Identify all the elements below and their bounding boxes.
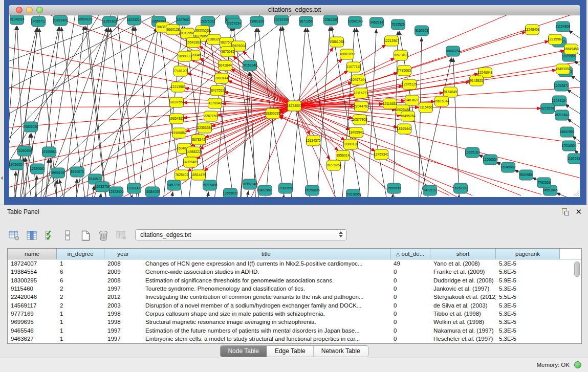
graph-node[interactable]: 19195983 [41, 147, 57, 157]
column-header-pagerank[interactable]: pagerank [496, 249, 560, 259]
tab-node-table[interactable]: Node Table [220, 346, 267, 357]
graph-node[interactable]: 12093872 [554, 81, 569, 91]
table-row[interactable]: 1872400712008Changes of HCN gene express… [8, 259, 581, 268]
citation-edge-black[interactable] [99, 193, 101, 197]
citation-edge-black[interactable] [91, 186, 94, 197]
graph-node[interactable]: 12353584 [197, 123, 212, 133]
graph-node[interactable]: 10973493 [393, 50, 408, 60]
table-settings-icon[interactable] [8, 229, 19, 242]
graph-node[interactable]: 12361550 [323, 15, 338, 25]
citation-edge-black[interactable] [281, 195, 284, 197]
graph-node[interactable]: 12213963 [170, 82, 186, 92]
graph-node[interactable]: 19166852 [171, 128, 187, 138]
graph-node[interactable]: 15056095 [304, 185, 320, 195]
rows-icon[interactable] [62, 229, 73, 242]
graph-node[interactable]: 18107554 [169, 97, 184, 107]
table-row[interactable]: 2242004622012Investigating the contribut… [8, 293, 581, 301]
tab-edge-table[interactable]: Edge Table [267, 346, 313, 357]
graph-node[interactable]: 18233214 [126, 15, 142, 25]
graph-node[interactable]: 9463627 [405, 95, 419, 105]
graph-node[interactable]: 14099489 [183, 157, 198, 167]
graph-node[interactable]: 10467144 [351, 75, 366, 85]
graph-node[interactable]: 16262792 [453, 183, 468, 193]
graph-node[interactable]: 15134575 [306, 136, 321, 146]
citation-edge-red[interactable] [294, 51, 564, 106]
graph-node[interactable]: 16945082 [500, 162, 516, 172]
table-row[interactable]: 1830029562008Estimation of significance … [8, 276, 581, 285]
graph-node[interactable]: 20891406 [53, 15, 68, 26]
graph-node[interactable]: 11259303 [102, 16, 117, 27]
graph-node[interactable]: 8215958 [541, 103, 555, 114]
graph-node[interactable]: 8427552 [211, 85, 225, 96]
graph-node[interactable]: 14055712 [31, 16, 46, 27]
citation-edge-black[interactable] [246, 191, 249, 197]
citation-edge-black[interactable] [390, 195, 393, 197]
graph-node[interactable]: 19861100 [250, 16, 265, 27]
graph-node[interactable]: 18165442 [397, 124, 412, 134]
close-panel-icon[interactable]: ✕ [575, 208, 582, 215]
graph-node[interactable]: 12975125 [402, 79, 417, 90]
graph-node[interactable]: 17016504 [561, 141, 577, 151]
citation-edge-black[interactable] [574, 60, 580, 84]
citation-edge-black[interactable] [59, 180, 66, 197]
graph-node[interactable]: 18724007 [287, 101, 302, 111]
table-row[interactable]: 1938455462009Genome-wide association stu… [8, 268, 581, 276]
graph-node[interactable]: 9457791 [167, 180, 181, 190]
table-row[interactable]: 977716911998Corpus callosum shape and si… [8, 310, 581, 318]
graph-node[interactable]: 15716485 [202, 180, 217, 190]
citation-edge-black[interactable] [419, 58, 451, 197]
graph-node[interactable]: 8912954 [181, 28, 194, 38]
graph-node[interactable]: 16495764 [400, 111, 416, 121]
graph-node[interactable]: 9462914 [370, 17, 384, 28]
graph-node[interactable]: 11675334 [568, 154, 580, 164]
citation-edge-black[interactable] [135, 27, 158, 197]
network-canvas[interactable]: 1514891414055712208914061690410311259303… [9, 15, 580, 197]
graph-node[interactable]: 7615526 [391, 19, 405, 30]
table-row[interactable]: 1456911722003Disruption of a novel membe… [8, 301, 581, 309]
column-header-name[interactable]: name [8, 249, 57, 259]
new-table-icon[interactable] [80, 229, 91, 242]
graph-node[interactable]: 12920062 [30, 164, 45, 174]
citation-edge-black[interactable] [419, 37, 422, 197]
graph-node[interactable]: 4170040 [208, 98, 222, 108]
graph-node[interactable]: 9671355 [299, 16, 313, 27]
table-row[interactable]: 911546021997Tourette syndrome. Phenomeno… [8, 285, 581, 293]
graph-node[interactable]: 16543382 [186, 37, 201, 48]
graph-node[interactable]: 1527602 [177, 15, 190, 25]
graph-node[interactable]: 9660128 [166, 25, 180, 35]
tab-network-table[interactable]: Network Table [313, 346, 368, 357]
select-all-icon[interactable] [44, 229, 55, 242]
graph-node[interactable]: 12116631 [383, 99, 398, 109]
graph-node[interactable]: 19654925 [169, 114, 184, 124]
citation-edge-black[interactable] [567, 90, 580, 113]
column-header-out_de[interactable]: △out_de... [390, 249, 430, 259]
graph-node[interactable]: 19056054 [9, 160, 24, 170]
table-row[interactable]: 946362711997Embryonic stem cells: a mode… [8, 335, 581, 343]
graph-node[interactable]: 9154049 [444, 87, 458, 97]
column-chooser-icon[interactable] [26, 229, 37, 242]
graph-node[interactable]: 12215967 [548, 34, 563, 45]
citation-edge-red[interactable] [294, 48, 333, 106]
citation-edge-red[interactable] [9, 106, 294, 148]
graph-node[interactable]: 16782759 [95, 182, 110, 192]
graph-node[interactable]: 11154808 [556, 21, 571, 32]
graph-node[interactable]: 9550985 [519, 170, 533, 180]
graph-node[interactable]: 12665030 [223, 188, 238, 197]
delete-attribute-icon[interactable] [98, 229, 109, 242]
graph-node[interactable]: 12116271 [354, 88, 368, 98]
graph-node[interactable]: 8956014 [336, 150, 350, 161]
graph-node[interactable]: 7857234 [228, 18, 242, 29]
citation-graph-svg[interactable]: 1514891414055712208914061690410311259303… [9, 15, 580, 197]
vertical-scrollbar-thumb[interactable] [574, 261, 580, 277]
graph-node[interactable]: 9472102 [423, 185, 437, 195]
citation-edge-black[interactable] [170, 192, 173, 197]
graph-node[interactable]: 27181209 [173, 66, 188, 76]
graph-node[interactable]: 11548408 [525, 25, 540, 35]
graph-node[interactable]: 2803144 [215, 73, 229, 83]
table-row[interactable]: 946554611997Estimation of the future num… [8, 326, 581, 334]
graph-node[interactable]: 9161695 [346, 189, 360, 197]
graph-node[interactable]: 15276022 [200, 16, 215, 27]
table-selector-dropdown[interactable]: citations_edges.txt [135, 229, 347, 240]
column-header-short[interactable]: short [430, 249, 496, 259]
citation-edge-red[interactable] [294, 106, 580, 144]
